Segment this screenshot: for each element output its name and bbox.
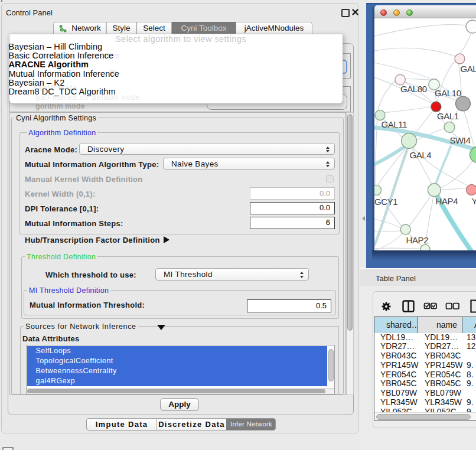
svg-text:SWI4: SWI4 <box>450 135 471 145</box>
svg-text:YM: YM <box>472 196 476 206</box>
svg-text:HAP2: HAP2 <box>406 235 429 245</box>
svg-text:GAL1: GAL1 <box>437 111 459 121</box>
svg-text:HAP4: HAP4 <box>436 196 458 206</box>
svg-text:GAL10: GAL10 <box>435 88 461 98</box>
svg-text:GAL80: GAL80 <box>400 84 427 94</box>
svg-text:GAL11: GAL11 <box>382 119 407 129</box>
svg-text:GAL2: GAL2 <box>461 64 476 74</box>
svg-text:GAL4: GAL4 <box>410 150 432 160</box>
svg-text:GCY1: GCY1 <box>374 197 397 207</box>
